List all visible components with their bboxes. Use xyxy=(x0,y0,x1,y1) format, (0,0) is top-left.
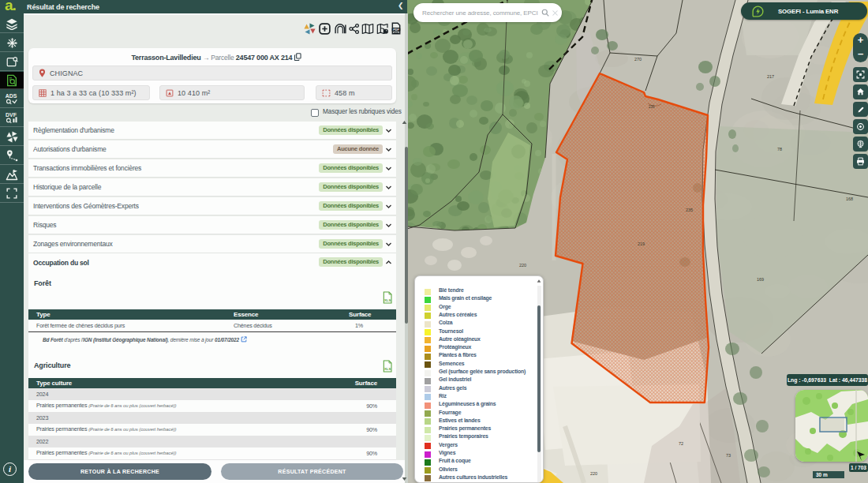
svg-text:XLS: XLS xyxy=(384,367,391,371)
svg-text:169: 169 xyxy=(757,277,764,282)
svg-text:220: 220 xyxy=(590,471,597,476)
svg-text:78: 78 xyxy=(777,147,782,152)
svg-text:220: 220 xyxy=(519,263,526,268)
svg-text:270: 270 xyxy=(634,57,642,62)
svg-text:XLS: XLS xyxy=(384,298,391,302)
svg-text:219: 219 xyxy=(638,242,645,246)
svg-text:72: 72 xyxy=(679,441,683,446)
svg-text:PDF: PDF xyxy=(393,28,399,32)
svg-text:DVF: DVF xyxy=(6,112,17,118)
svg-text:217: 217 xyxy=(767,74,774,79)
svg-text:236: 236 xyxy=(649,105,655,109)
svg-text:ADS: ADS xyxy=(6,93,17,99)
svg-text:168: 168 xyxy=(846,197,853,201)
svg-text:73: 73 xyxy=(726,453,731,458)
svg-text:235: 235 xyxy=(686,208,693,212)
